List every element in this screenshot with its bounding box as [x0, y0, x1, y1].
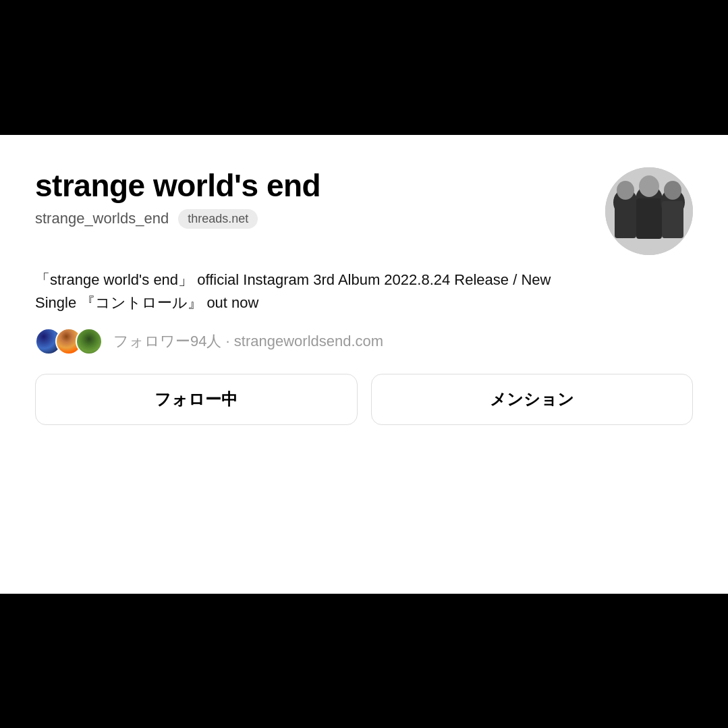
- follower-avatar-3: [76, 328, 103, 355]
- follower-avatars: [35, 328, 103, 355]
- mention-button[interactable]: メンション: [371, 374, 694, 425]
- bio: 「strange world's end」 official Instagram…: [35, 269, 588, 314]
- follow-button[interactable]: フォロー中: [35, 374, 358, 425]
- followers-count: フォロワー94人: [113, 333, 221, 349]
- followers-row: フォロワー94人 · strangeworldsend.com: [35, 328, 693, 355]
- header-row: strange world's end strange_worlds_end t…: [35, 167, 693, 255]
- followers-text: フォロワー94人 · strangeworldsend.com: [113, 331, 383, 352]
- username-row: strange_worlds_end threads.net: [35, 209, 320, 229]
- threads-badge[interactable]: threads.net: [178, 209, 258, 229]
- header-left: strange world's end strange_worlds_end t…: [35, 167, 320, 229]
- buttons-row: フォロー中 メンション: [35, 374, 693, 425]
- separator: ·: [226, 333, 234, 349]
- svg-rect-10: [605, 167, 693, 255]
- avatar: [605, 167, 693, 255]
- username: strange_worlds_end: [35, 210, 169, 227]
- website[interactable]: strangeworldsend.com: [234, 333, 383, 349]
- profile-card: strange world's end strange_worlds_end t…: [0, 135, 728, 594]
- account-name: strange world's end: [35, 167, 320, 204]
